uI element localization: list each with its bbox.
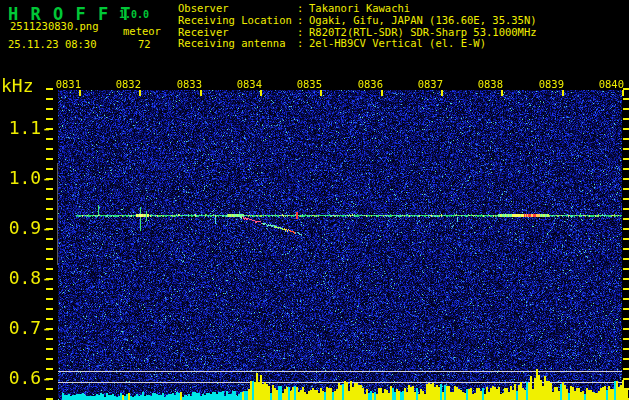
app-version: 1.0.0 xyxy=(119,9,149,20)
echo-count: 72 xyxy=(138,38,151,50)
mode-label: meteor xyxy=(123,25,161,37)
time-tick-label: 0839 xyxy=(534,79,564,89)
time-tick-label: 0834 xyxy=(232,79,262,89)
time-tick-label: 0835 xyxy=(292,79,322,89)
freq-tick-label: 0.7- xyxy=(2,319,52,337)
time-tick-label: 0832 xyxy=(111,79,141,89)
station-info-row: Receiving antenna:2el-HB9CV Vertical (el… xyxy=(178,38,537,50)
spectrogram-canvas xyxy=(0,75,629,400)
freq-tick-label: 1.0- xyxy=(2,169,52,187)
freq-tick-label: 0.9- xyxy=(2,219,52,237)
info-value: Ogaki, Gifu, JAPAN (136.60E, 35.35N) xyxy=(309,15,537,27)
hrofft-output-image: H R O F F T 1.0.0 2511230830.png meteor … xyxy=(0,0,629,400)
info-label: Receiving Location xyxy=(178,15,297,27)
info-label: Receiving antenna xyxy=(178,38,297,50)
freq-axis-unit: kHz xyxy=(1,75,34,96)
station-info-row: Receiving Location:Ogaki, Gifu, JAPAN (1… xyxy=(178,15,537,27)
info-value: 2el-HB9CV Vertical (el. E-W) xyxy=(309,38,486,50)
freq-tick-label: 1.1- xyxy=(2,119,52,137)
time-tick-label: 0837 xyxy=(413,79,443,89)
time-tick-label: 0838 xyxy=(473,79,503,89)
spectrogram-plot: kHz 1.1-1.0-0.9-0.8-0.7-0.6- 08310832083… xyxy=(0,75,629,400)
station-info: Observer:Takanori KawachiReceiving Locat… xyxy=(178,3,537,50)
info-colon: : xyxy=(297,15,309,27)
freq-tick-label: 0.6- xyxy=(2,369,52,387)
freq-tick-label: 0.8- xyxy=(2,269,52,287)
header: H R O F F T 1.0.0 2511230830.png meteor … xyxy=(0,0,629,75)
time-tick-label: 0840 xyxy=(594,79,624,89)
time-tick-label: 0831 xyxy=(51,79,81,89)
time-tick-label: 0836 xyxy=(353,79,383,89)
filename: 2511230830.png xyxy=(10,20,99,32)
time-tick-label: 0833 xyxy=(172,79,202,89)
datetime: 25.11.23 08:30 xyxy=(8,38,97,50)
info-colon: : xyxy=(297,38,309,50)
